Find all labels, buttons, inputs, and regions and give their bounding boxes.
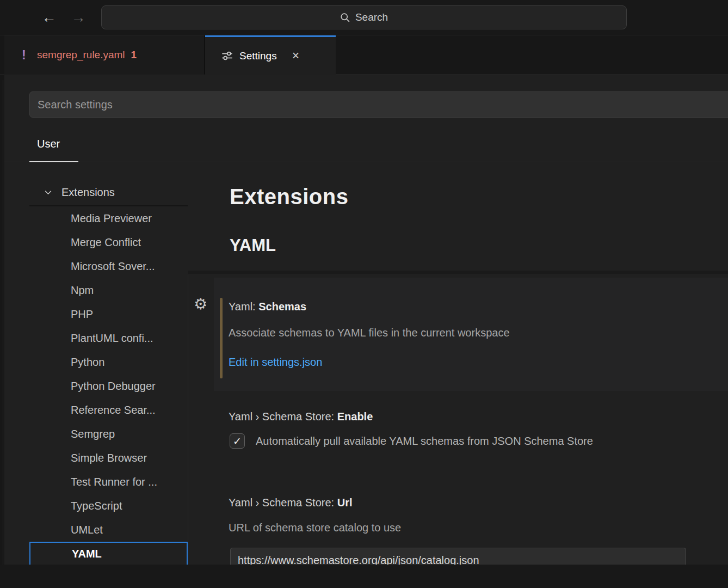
content-section-title: YAML [230, 236, 276, 255]
forward-arrow-icon[interactable]: → [69, 8, 88, 27]
window-bottom-edge [0, 565, 728, 588]
tab-file-label: semgrep_rule.yaml [37, 49, 125, 61]
header-shadow [188, 271, 728, 274]
toc-item[interactable]: Test Runner for ... [29, 470, 188, 494]
gear-icon[interactable]: ⚙ [194, 297, 207, 312]
command-center-search[interactable]: Search [101, 5, 627, 29]
toc-item[interactable]: Npm [29, 278, 188, 302]
title-bar: ← → Search [0, 0, 728, 35]
command-center-label: Search [355, 11, 388, 23]
toc-item[interactable]: PlantUML confi... [29, 326, 188, 350]
toc-content-divider[interactable] [188, 275, 188, 565]
settings-toc: Extensions Media PreviewerMerge Conflict… [29, 180, 188, 565]
edit-in-settings-json-link[interactable]: Edit in settings.json [229, 356, 322, 369]
search-icon [340, 13, 350, 23]
chevron-down-icon [44, 188, 53, 197]
close-icon[interactable]: × [292, 50, 299, 62]
checkbox-label: Automatically pull available YAML schema… [256, 435, 593, 448]
setting-title: Yaml › Schema Store: Enable [229, 411, 373, 423]
toc-item[interactable]: UMLet [29, 518, 188, 542]
toc-item[interactable]: TypeScript [29, 494, 188, 518]
window-left-edge [0, 75, 4, 588]
toc-item[interactable]: Python Debugger [29, 374, 188, 398]
toc-root-extensions[interactable]: Extensions [29, 180, 188, 205]
setting-row-yaml-schemas: Yaml: Schemas Associate schemas to YAML … [214, 278, 728, 391]
content-group-title: Extensions [230, 185, 348, 209]
setting-description: URL of schema store catalog to use [229, 522, 401, 534]
schema-store-url-input[interactable] [230, 548, 686, 565]
toc-item[interactable]: Semgrep [29, 422, 188, 446]
settings-search-input[interactable] [29, 91, 728, 118]
yaml-file-icon: ! [22, 48, 37, 63]
toc-item[interactable]: YAML [29, 542, 188, 565]
scope-tab-user[interactable]: User [29, 126, 78, 162]
toc-item[interactable]: Simple Browser [29, 446, 188, 470]
schema-store-enable-checkbox[interactable]: ✓ [230, 433, 245, 449]
setting-title: Yaml: Schemas [229, 301, 306, 313]
toc-item[interactable]: Media Previewer [29, 206, 188, 230]
setting-row-schema-store-enable: Yaml › Schema Store: Enable ✓ Automatica… [214, 391, 728, 483]
tab-file-problem-badge: 1 [131, 49, 137, 61]
back-arrow-icon[interactable]: ← [39, 8, 59, 27]
toc-list: Media PreviewerMerge ConflictMicrosoft S… [29, 206, 188, 565]
toc-item[interactable]: Merge Conflict [29, 230, 188, 254]
toc-root-label: Extensions [61, 186, 115, 199]
toc-item[interactable]: Reference Sear... [29, 398, 188, 422]
tab-settings[interactable]: Settings × [205, 35, 336, 75]
tab-settings-label: Settings [239, 50, 277, 62]
tab-semgrep-rule-yaml[interactable]: ! semgrep_rule.yaml 1 [4, 35, 205, 75]
editor-tab-bar: ! semgrep_rule.yaml 1 Settings × [0, 35, 728, 75]
setting-row-schema-store-url: Yaml › Schema Store: Url URL of schema s… [214, 483, 728, 565]
modified-indicator [220, 298, 223, 378]
settings-scope-tabs: User [4, 126, 728, 162]
settings-editor: User Extensions Media PreviewerMerge Con… [4, 75, 728, 565]
setting-title: Yaml › Schema Store: Url [229, 497, 353, 509]
toc-item[interactable]: Microsoft Sover... [29, 254, 188, 278]
toc-item[interactable]: Python [29, 350, 188, 374]
settings-sliders-icon [221, 50, 233, 62]
toc-item[interactable]: PHP [29, 302, 188, 326]
setting-description: Associate schemas to YAML files in the c… [229, 327, 510, 339]
